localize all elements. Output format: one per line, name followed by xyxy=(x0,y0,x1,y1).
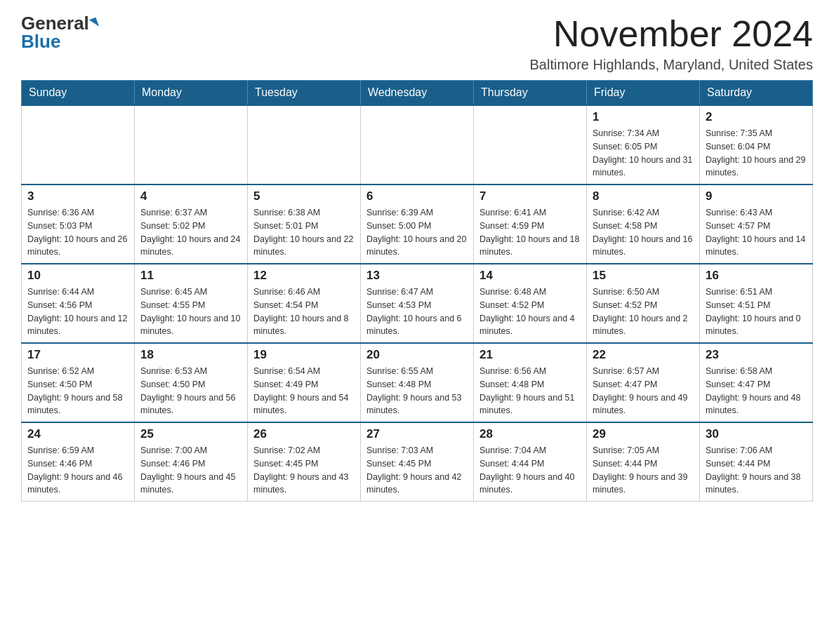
day-number: 24 xyxy=(27,427,128,441)
calendar-week-row: 3Sunrise: 6:36 AM Sunset: 5:03 PM Daylig… xyxy=(22,185,813,264)
calendar-week-row: 10Sunrise: 6:44 AM Sunset: 4:56 PM Dayli… xyxy=(22,264,813,343)
calendar-day-cell: 28Sunrise: 7:04 AM Sunset: 4:44 PM Dayli… xyxy=(474,422,587,502)
calendar-week-row: 17Sunrise: 6:52 AM Sunset: 4:50 PM Dayli… xyxy=(22,343,813,422)
day-number: 22 xyxy=(593,348,694,362)
day-number: 20 xyxy=(366,348,468,362)
logo-general: General xyxy=(21,14,89,32)
day-info: Sunrise: 6:54 AM Sunset: 4:49 PM Dayligh… xyxy=(253,365,355,417)
calendar-day-cell: 24Sunrise: 6:59 AM Sunset: 4:46 PM Dayli… xyxy=(22,422,135,502)
day-number: 11 xyxy=(140,269,241,283)
calendar-day-cell: 13Sunrise: 6:47 AM Sunset: 4:53 PM Dayli… xyxy=(361,264,474,343)
day-info: Sunrise: 6:38 AM Sunset: 5:01 PM Dayligh… xyxy=(253,206,355,259)
calendar-day-header: Sunday xyxy=(22,81,135,106)
day-number: 23 xyxy=(706,348,807,362)
day-info: Sunrise: 6:37 AM Sunset: 5:02 PM Dayligh… xyxy=(140,206,241,259)
day-number: 7 xyxy=(479,189,581,203)
calendar-day-cell: 21Sunrise: 6:56 AM Sunset: 4:48 PM Dayli… xyxy=(474,343,587,422)
day-info: Sunrise: 7:02 AM Sunset: 4:45 PM Dayligh… xyxy=(253,444,355,497)
calendar-day-cell: 23Sunrise: 6:58 AM Sunset: 4:47 PM Dayli… xyxy=(700,343,813,422)
day-info: Sunrise: 6:36 AM Sunset: 5:03 PM Dayligh… xyxy=(27,206,128,259)
calendar-day-cell: 3Sunrise: 6:36 AM Sunset: 5:03 PM Daylig… xyxy=(22,185,135,264)
calendar-day-cell: 10Sunrise: 6:44 AM Sunset: 4:56 PM Dayli… xyxy=(22,264,135,343)
title-area: November 2024 Baltimore Highlands, Maryl… xyxy=(529,14,813,73)
calendar-day-cell: 14Sunrise: 6:48 AM Sunset: 4:52 PM Dayli… xyxy=(474,264,587,343)
calendar-day-cell: 1Sunrise: 7:34 AM Sunset: 6:05 PM Daylig… xyxy=(587,105,700,185)
calendar-day-cell: 8Sunrise: 6:42 AM Sunset: 4:58 PM Daylig… xyxy=(587,185,700,264)
calendar-day-cell: 29Sunrise: 7:05 AM Sunset: 4:44 PM Dayli… xyxy=(587,422,700,502)
day-number: 13 xyxy=(366,269,468,283)
day-info: Sunrise: 7:06 AM Sunset: 4:44 PM Dayligh… xyxy=(706,444,807,497)
day-number: 1 xyxy=(593,110,694,124)
calendar-day-cell: 22Sunrise: 6:57 AM Sunset: 4:47 PM Dayli… xyxy=(587,343,700,422)
day-number: 6 xyxy=(366,189,468,203)
day-info: Sunrise: 7:03 AM Sunset: 4:45 PM Dayligh… xyxy=(366,444,468,497)
calendar-day-cell: 9Sunrise: 6:43 AM Sunset: 4:57 PM Daylig… xyxy=(700,185,813,264)
day-info: Sunrise: 7:00 AM Sunset: 4:46 PM Dayligh… xyxy=(140,444,241,497)
calendar-day-cell: 17Sunrise: 6:52 AM Sunset: 4:50 PM Dayli… xyxy=(22,343,135,422)
day-info: Sunrise: 6:51 AM Sunset: 4:51 PM Dayligh… xyxy=(706,286,807,338)
day-number: 4 xyxy=(140,189,241,203)
logo: General Blue xyxy=(21,14,98,51)
day-info: Sunrise: 6:47 AM Sunset: 4:53 PM Dayligh… xyxy=(366,286,468,338)
calendar-day-cell: 5Sunrise: 6:38 AM Sunset: 5:01 PM Daylig… xyxy=(248,185,361,264)
day-info: Sunrise: 6:41 AM Sunset: 4:59 PM Dayligh… xyxy=(479,206,581,259)
calendar-day-header: Tuesday xyxy=(248,81,361,106)
day-number: 19 xyxy=(253,348,355,362)
calendar-day-header: Monday xyxy=(135,81,248,106)
day-info: Sunrise: 6:56 AM Sunset: 4:48 PM Dayligh… xyxy=(479,365,581,417)
calendar-day-header: Thursday xyxy=(474,81,587,106)
day-info: Sunrise: 7:34 AM Sunset: 6:05 PM Dayligh… xyxy=(593,127,694,180)
calendar-day-cell: 2Sunrise: 7:35 AM Sunset: 6:04 PM Daylig… xyxy=(700,105,813,185)
calendar-day-cell xyxy=(361,105,474,185)
day-info: Sunrise: 6:42 AM Sunset: 4:58 PM Dayligh… xyxy=(593,206,694,259)
page-title: November 2024 xyxy=(529,14,813,54)
calendar-day-cell: 11Sunrise: 6:45 AM Sunset: 4:55 PM Dayli… xyxy=(135,264,248,343)
calendar-week-row: 24Sunrise: 6:59 AM Sunset: 4:46 PM Dayli… xyxy=(22,422,813,502)
day-number: 14 xyxy=(479,269,581,283)
calendar-header-row: SundayMondayTuesdayWednesdayThursdayFrid… xyxy=(22,81,813,106)
day-number: 9 xyxy=(706,189,807,203)
calendar-day-cell xyxy=(135,105,248,185)
calendar-day-cell: 27Sunrise: 7:03 AM Sunset: 4:45 PM Dayli… xyxy=(361,422,474,502)
page-header: General Blue November 2024 Baltimore Hig… xyxy=(21,14,813,73)
day-number: 28 xyxy=(479,427,581,441)
day-info: Sunrise: 7:35 AM Sunset: 6:04 PM Dayligh… xyxy=(706,127,807,180)
day-info: Sunrise: 6:55 AM Sunset: 4:48 PM Dayligh… xyxy=(366,365,468,417)
calendar-day-cell xyxy=(248,105,361,185)
day-info: Sunrise: 6:58 AM Sunset: 4:47 PM Dayligh… xyxy=(706,365,807,417)
calendar-day-cell: 7Sunrise: 6:41 AM Sunset: 4:59 PM Daylig… xyxy=(474,185,587,264)
calendar-day-cell: 16Sunrise: 6:51 AM Sunset: 4:51 PM Dayli… xyxy=(700,264,813,343)
day-info: Sunrise: 6:59 AM Sunset: 4:46 PM Dayligh… xyxy=(27,444,128,497)
calendar-week-row: 1Sunrise: 7:34 AM Sunset: 6:05 PM Daylig… xyxy=(22,105,813,185)
calendar-day-header: Friday xyxy=(587,81,700,106)
calendar-day-cell: 30Sunrise: 7:06 AM Sunset: 4:44 PM Dayli… xyxy=(700,422,813,502)
calendar-day-cell: 20Sunrise: 6:55 AM Sunset: 4:48 PM Dayli… xyxy=(361,343,474,422)
calendar-day-cell xyxy=(474,105,587,185)
day-number: 21 xyxy=(479,348,581,362)
day-info: Sunrise: 6:45 AM Sunset: 4:55 PM Dayligh… xyxy=(140,286,241,338)
day-number: 25 xyxy=(140,427,241,441)
day-info: Sunrise: 6:43 AM Sunset: 4:57 PM Dayligh… xyxy=(706,206,807,259)
day-info: Sunrise: 6:46 AM Sunset: 4:54 PM Dayligh… xyxy=(253,286,355,338)
logo-blue: Blue xyxy=(21,32,60,51)
calendar-table: SundayMondayTuesdayWednesdayThursdayFrid… xyxy=(21,80,813,502)
calendar-day-cell: 26Sunrise: 7:02 AM Sunset: 4:45 PM Dayli… xyxy=(248,422,361,502)
logo-triangle-icon xyxy=(89,18,99,29)
calendar-day-cell: 18Sunrise: 6:53 AM Sunset: 4:50 PM Dayli… xyxy=(135,343,248,422)
day-info: Sunrise: 6:39 AM Sunset: 5:00 PM Dayligh… xyxy=(366,206,468,259)
day-info: Sunrise: 6:52 AM Sunset: 4:50 PM Dayligh… xyxy=(27,365,128,417)
day-info: Sunrise: 6:53 AM Sunset: 4:50 PM Dayligh… xyxy=(140,365,241,417)
day-number: 29 xyxy=(593,427,694,441)
calendar-day-cell: 6Sunrise: 6:39 AM Sunset: 5:00 PM Daylig… xyxy=(361,185,474,264)
day-number: 16 xyxy=(706,269,807,283)
day-number: 17 xyxy=(27,348,128,362)
day-info: Sunrise: 6:44 AM Sunset: 4:56 PM Dayligh… xyxy=(27,286,128,338)
day-info: Sunrise: 7:05 AM Sunset: 4:44 PM Dayligh… xyxy=(593,444,694,497)
calendar-day-header: Saturday xyxy=(700,81,813,106)
day-number: 30 xyxy=(706,427,807,441)
calendar-day-cell: 19Sunrise: 6:54 AM Sunset: 4:49 PM Dayli… xyxy=(248,343,361,422)
day-number: 3 xyxy=(27,189,128,203)
day-number: 18 xyxy=(140,348,241,362)
page-subtitle: Baltimore Highlands, Maryland, United St… xyxy=(529,57,813,73)
calendar-day-cell: 15Sunrise: 6:50 AM Sunset: 4:52 PM Dayli… xyxy=(587,264,700,343)
